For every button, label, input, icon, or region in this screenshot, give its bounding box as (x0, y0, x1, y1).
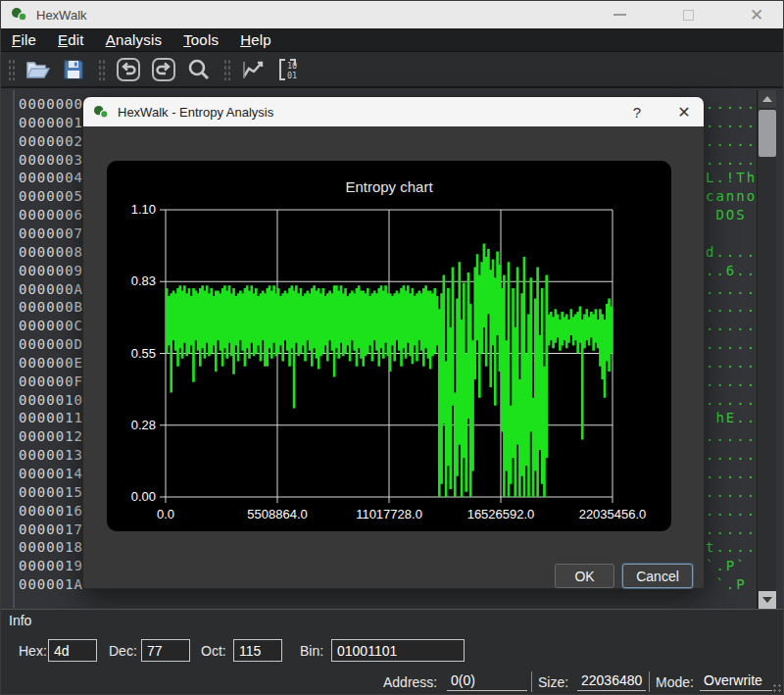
toolbar-grip[interactable] (223, 59, 231, 80)
resize-grip[interactable] (772, 683, 782, 693)
ascii-cell[interactable]: ..... (706, 355, 755, 373)
ascii-cell[interactable]: ..... (706, 428, 755, 447)
dialog-titlebar[interactable]: HexWalk - Entropy Analysis ? ✕ (83, 97, 704, 126)
menu-item-help[interactable]: Help (229, 31, 282, 48)
ascii-cell[interactable]: ..... (706, 299, 755, 318)
menu-item-analysis[interactable]: Analysis (95, 31, 172, 48)
undo-icon (116, 57, 141, 82)
scroll-up-button[interactable] (759, 90, 776, 108)
binary-converter-icon: 10 01 (276, 57, 302, 82)
size-value: 22036480 (577, 672, 646, 691)
ascii-cell[interactable]: ..... (706, 152, 755, 171)
svg-text:0.00: 0.00 (131, 489, 156, 504)
dialog-buttons: OK Cancel (83, 564, 706, 589)
ascii-cell[interactable]: ..... (706, 466, 755, 484)
down-arrow-icon (762, 597, 772, 603)
oct-field[interactable] (233, 639, 282, 662)
ascii-cell[interactable]: d.... (706, 244, 755, 263)
save-button[interactable] (59, 56, 88, 83)
address-value: 0(0) (447, 672, 527, 691)
ascii-cell[interactable] (706, 225, 755, 244)
ascii-cell[interactable]: ..... (706, 96, 755, 115)
ascii-cell[interactable]: `.P (706, 576, 755, 595)
vertical-scrollbar[interactable] (757, 90, 776, 609)
binary-converter-button[interactable]: 10 01 (274, 56, 304, 83)
ascii-cell[interactable]: `.P` (706, 558, 755, 576)
maximize-button[interactable] (671, 1, 705, 28)
entropy-chart-svg: 0.00.005508864.00.2811017728.00.55165265… (107, 161, 671, 531)
ascii-cell[interactable]: ..... (706, 115, 755, 133)
ascii-cell[interactable]: L.!Th (706, 170, 755, 188)
hex-left-edge (13, 90, 15, 608)
hex-field-label: Hex: (19, 643, 47, 659)
scrollbar-thumb[interactable] (759, 110, 776, 157)
dialog-title: HexWalk - Entropy Analysis (118, 105, 273, 120)
svg-text:10: 10 (287, 61, 297, 71)
search-button[interactable] (184, 56, 214, 83)
ascii-cell[interactable]: ..... (706, 447, 755, 466)
ascii-cell[interactable]: ..... (706, 336, 755, 355)
menu-item-tools[interactable]: Tools (172, 31, 229, 48)
info-panel-title: Info (9, 613, 31, 628)
up-arrow-icon (762, 96, 772, 102)
svg-text:22035456.0: 22035456.0 (579, 507, 647, 521)
ascii-cell[interactable]: hE.. (706, 410, 755, 428)
menu-bar: FileEditAnalysisToolsHelp (1, 28, 784, 52)
minimize-button[interactable] (603, 1, 636, 28)
bin-field[interactable] (331, 639, 465, 662)
svg-text:5508864.0: 5508864.0 (247, 507, 307, 521)
window-title: HexWalk (36, 8, 87, 23)
statusbar-divider (531, 671, 532, 692)
close-button[interactable]: ✕ (740, 1, 773, 28)
ascii-cell[interactable]: ..... (706, 373, 755, 392)
svg-text:0.28: 0.28 (131, 418, 156, 432)
save-icon (62, 58, 85, 81)
hexwalk-logo-icon (11, 7, 28, 23)
ascii-cell[interactable]: DOS (706, 207, 755, 225)
ascii-cell[interactable]: ..6.. (706, 263, 755, 281)
open-file-button[interactable] (24, 56, 53, 83)
bin-field-label: Bin: (300, 643, 323, 659)
ascii-cell[interactable]: ..... (706, 318, 755, 336)
status-bar: Address: 0(0) Size: 22036480 Mode: Overw… (1, 670, 784, 695)
menu-item-file[interactable]: File (1, 31, 47, 48)
entropy-chart: 0.00.005508864.00.2811017728.00.55165265… (107, 161, 671, 531)
chart-icon (241, 58, 267, 81)
ascii-cell[interactable]: ..... (706, 281, 755, 300)
oct-field-label: Oct: (201, 643, 226, 659)
open-file-icon (25, 58, 51, 81)
chart-button[interactable] (239, 56, 269, 83)
scroll-down-button[interactable] (759, 591, 776, 609)
size-label: Size: (538, 674, 568, 690)
svg-text:16526592.0: 16526592.0 (467, 507, 535, 521)
hexwalk-logo-icon (93, 105, 110, 120)
ok-button[interactable]: OK (555, 564, 614, 588)
redo-button[interactable] (149, 56, 178, 83)
entropy-analysis-dialog: HexWalk - Entropy Analysis ? ✕ 0.00.0055… (82, 96, 705, 589)
ascii-cell[interactable]: ..... (706, 521, 755, 540)
menu-item-edit[interactable]: Edit (47, 31, 95, 48)
cancel-button[interactable]: Cancel (622, 564, 693, 588)
hex-field[interactable] (48, 639, 97, 662)
mode-label: Mode: (656, 674, 694, 690)
ascii-cell[interactable]: ..... (706, 133, 755, 152)
svg-text:11017728.0: 11017728.0 (356, 507, 422, 521)
search-icon (186, 57, 212, 82)
toolbar-grip[interactable] (8, 59, 16, 80)
hexwalk-window: HexWalk ✕ FileEditAnalysisToolsHelp (0, 0, 784, 695)
undo-button[interactable] (114, 56, 143, 83)
ascii-cell[interactable]: ..... (706, 484, 755, 503)
hex-row-partial[interactable]: 000001B0 2E 64 61 74 61 00 00 00 E0 79 0… (1, 594, 784, 609)
svg-text:1.10: 1.10 (131, 202, 156, 217)
ascii-cell[interactable]: t.... (706, 539, 755, 558)
dialog-close-button[interactable]: ✕ (669, 97, 699, 126)
dialog-help-button[interactable]: ? (622, 97, 652, 126)
dec-field[interactable] (141, 639, 190, 662)
address-label: Address: (383, 674, 437, 690)
ascii-cell[interactable]: ..... (706, 392, 755, 411)
toolbar-grip[interactable] (98, 59, 106, 80)
svg-text:0.55: 0.55 (131, 346, 156, 361)
window-titlebar: HexWalk ✕ (1, 1, 784, 28)
ascii-cell[interactable]: canno (706, 188, 755, 207)
ascii-cell[interactable]: ..... (706, 503, 755, 521)
